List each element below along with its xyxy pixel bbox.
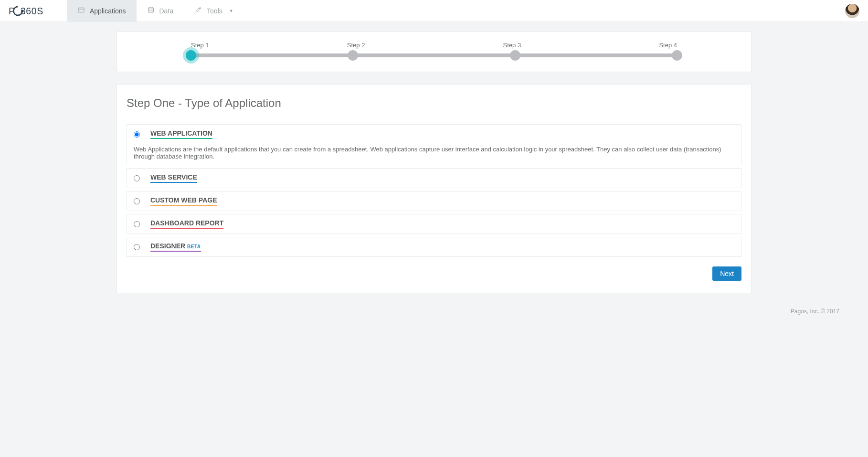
option-custom-web-page-label: CUSTOM WEB PAGE [150, 196, 217, 206]
svg-point-5 [148, 7, 153, 9]
nav-tools-label: Tools [207, 7, 222, 15]
option-custom-web-page[interactable]: CUSTOM WEB PAGE [127, 191, 741, 211]
svg-point-6 [200, 8, 201, 9]
nav-tools[interactable]: Tools ▼ [184, 0, 244, 21]
tools-icon [194, 6, 202, 15]
nav-data-label: Data [159, 7, 174, 15]
step-dot-4[interactable] [672, 50, 682, 61]
option-dashboard-report-label: DASHBOARD REPORT [150, 219, 223, 229]
nav-data[interactable]: Data [137, 0, 184, 21]
footer-text: Pagos, Inc. © 2017 [0, 305, 868, 324]
step-3-label: Step 3 [503, 42, 521, 49]
page-title: Step One - Type of Application [127, 96, 741, 110]
radio-web-service[interactable] [134, 175, 140, 181]
step-track [191, 53, 677, 57]
application-icon [77, 6, 85, 15]
user-avatar[interactable] [845, 4, 859, 18]
option-designer-label: DESIGNER BETA [150, 242, 201, 252]
radio-designer[interactable] [134, 244, 140, 250]
option-web-application-desc: Web Applications are the default applica… [134, 146, 734, 160]
chevron-down-icon: ▼ [229, 9, 233, 13]
option-web-application-label: WEB APPLICATION [150, 129, 212, 139]
radio-web-application[interactable] [134, 131, 140, 138]
stepper-panel: Step 1 Step 2 Step 3 Step 4 [116, 32, 752, 72]
database-icon [147, 6, 155, 15]
step-4-label: Step 4 [659, 42, 677, 49]
step-dot-2[interactable] [348, 50, 358, 61]
radio-dashboard-report[interactable] [134, 221, 140, 227]
svg-rect-3 [78, 8, 84, 12]
step-1-label: Step 1 [191, 42, 209, 49]
nav-applications[interactable]: Applications [67, 0, 137, 21]
content-panel: Step One - Type of Application WEB APPLI… [116, 84, 752, 293]
nav-applications-label: Applications [90, 7, 126, 15]
option-designer[interactable]: DESIGNER BETA [127, 237, 741, 257]
beta-badge: BETA [187, 244, 201, 249]
option-web-service-label: WEB SERVICE [150, 173, 197, 183]
option-web-application[interactable]: WEB APPLICATION Web Applications are the… [127, 124, 741, 165]
step-2-label: Step 2 [347, 42, 365, 49]
step-dot-1[interactable] [186, 50, 196, 61]
logo[interactable]: P 360S [0, 0, 67, 21]
svg-text:360S: 360S [21, 5, 43, 16]
option-web-service[interactable]: WEB SERVICE [127, 168, 741, 188]
step-dot-3[interactable] [510, 50, 520, 61]
option-dashboard-report[interactable]: DASHBOARD REPORT [127, 214, 741, 234]
next-button[interactable]: Next [712, 266, 741, 281]
radio-custom-web-page[interactable] [134, 198, 140, 204]
top-nav: P 360S Applications Data Tools ▼ [0, 0, 868, 22]
